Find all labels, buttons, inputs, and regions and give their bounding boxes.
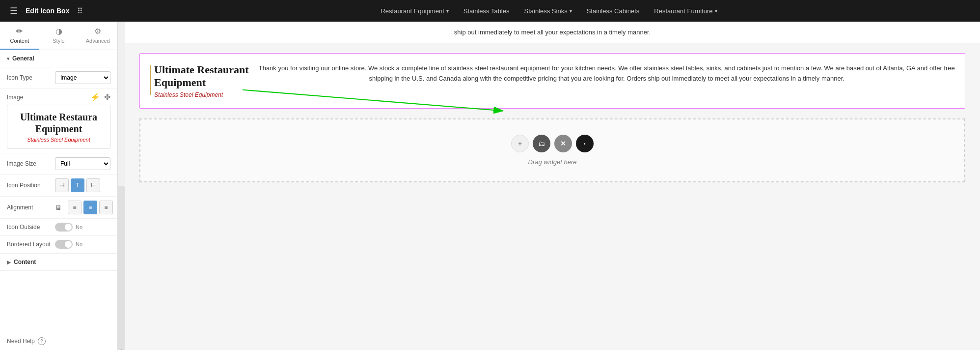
dark-widget-button[interactable]: ▪ [576,135,594,152]
drag-label: Drag widget here [528,158,577,166]
logo-main-text: Ultimate Restaurant Equipment [154,63,248,89]
preview-brand-name: Ultimate Restaura Equipment [13,111,104,135]
grid-icon[interactable]: ⠿ [77,6,83,16]
sidebar-panel: ✏ Content ◑ Style ⚙ Advanced ▾ General [0,22,118,350]
nav-item-stainless-sinks[interactable]: Stainless Sinks ▾ [524,7,572,15]
drag-widget-icons: + 🗂 ✕ ▪ [511,135,594,152]
alignment-field: Alignment 🖥 ≡ ≡ ≡ [0,197,117,219]
icon-position-label: Icon Position [7,182,51,189]
image-size-label: Image Size [7,160,51,167]
need-help-label: Need Help [7,338,35,345]
align-left-button[interactable]: ≡ [68,201,82,214]
hamburger-icon[interactable]: ☰ [10,5,18,16]
top-navigation: ☰ Edit Icon Box ⠿ Restaurant Equipment ▾… [0,0,980,22]
icon-position-field: Icon Position ⊣ T ⊢ [0,175,117,197]
alignment-label: Alignment [7,204,51,211]
alignment-controls: ≡ ≡ ≡ [68,201,113,214]
nav-left: ☰ Edit Icon Box ⠿ [10,5,128,16]
icon-outside-switch[interactable] [55,223,73,232]
content-section-header[interactable]: ▶ Content [0,253,117,271]
toggle-knob [65,224,72,231]
toggle-knob-2 [65,241,72,248]
content-area: ship out immediately to meet all your ex… [125,22,980,350]
image-icons: ⚡ ✤ [90,92,110,102]
chevron-down-icon: ▾ [715,8,717,14]
main-area: ✏ Content ◑ Style ⚙ Advanced ▾ General [0,22,980,350]
desktop-icon: 🖥 [55,204,62,211]
collapse-handle[interactable]: ‹ [118,186,125,350]
tab-style[interactable]: ◑ Style [39,22,79,50]
icon-outside-value: No [76,224,82,230]
help-icon[interactable]: ? [38,337,46,345]
panel-title: Edit Icon Box [26,7,69,15]
widget-description: Thank you for visiting our online store.… [258,63,955,84]
icon-position-controls: ⊣ T ⊢ [55,178,110,192]
nav-item-restaurant-equipment[interactable]: Restaurant Equipment ▾ [381,7,448,15]
style-icon: ◑ [55,27,62,36]
image-label: Image [7,94,23,101]
sidebar-tabs: ✏ Content ◑ Style ⚙ Advanced [0,22,117,50]
nav-center: Restaurant Equipment ▾ Stainless Tables … [128,7,970,15]
bordered-layout-label: Bordered Layout [7,241,51,248]
chevron-down-icon: ▾ [446,8,449,14]
nav-item-restaurant-furniture[interactable]: Restaurant Furniture ▾ [654,7,717,15]
align-center-button[interactable]: ≡ [83,201,97,214]
icon-type-select[interactable]: Image Icon None [55,71,110,84]
bordered-layout-value: No [76,241,82,247]
preview-tagline: Stainless Steel Equipment [13,137,104,143]
chevron-down-icon: ▾ [570,8,572,14]
sidebar-wrapper: ✏ Content ◑ Style ⚙ Advanced ▾ General [0,22,125,350]
nav-item-stainless-tables[interactable]: Stainless Tables [463,7,510,15]
icon-type-label: Icon Type [7,74,51,81]
image-preview-box[interactable]: Ultimate Restaura Equipment Stainless St… [7,105,110,149]
icon-position-left-button[interactable]: ⊣ [55,178,69,192]
icon-outside-label: Icon Outside [7,224,51,231]
tab-content[interactable]: ✏ Content [0,22,39,50]
chevron-right-icon: ▶ [7,260,11,265]
icon-position-center-button[interactable]: T [71,178,84,192]
lightning-icon: ⚡ [90,92,100,102]
bordered-layout-field: Bordered Layout No [0,236,117,253]
icon-type-control[interactable]: Image Icon None [55,71,110,84]
image-size-select[interactable]: Full Large Medium Thumbnail [55,157,110,170]
logo-text-area: Ultimate Restaurant Equipment Stainless … [154,63,248,98]
drag-widget-area[interactable]: + 🗂 ✕ ▪ Drag widget here [139,118,965,182]
crosshair-icon[interactable]: ✤ [104,92,110,102]
add-widget-button[interactable]: + [511,135,529,152]
need-help[interactable]: Need Help ? [0,318,117,350]
folder-widget-button[interactable]: 🗂 [533,135,550,152]
sidebar-body: ▾ General Icon Type Image Icon None [0,50,117,318]
tab-advanced[interactable]: ⚙ Advanced [78,22,117,50]
icon-type-field: Icon Type Image Icon None [0,67,117,88]
nav-item-stainless-cabinets[interactable]: Stainless Cabinets [587,7,640,15]
widget-icon-box[interactable]: Ultimate Restaurant Equipment Stainless … [139,53,965,109]
close-widget-button[interactable]: ✕ [554,135,572,152]
bordered-layout-switch[interactable] [55,240,73,249]
image-size-control[interactable]: Full Large Medium Thumbnail [55,157,110,170]
gear-icon: ⚙ [94,27,101,36]
icon-outside-toggle[interactable]: No [55,223,110,232]
image-field-header: Image ⚡ ✤ [7,92,110,102]
general-section-header[interactable]: ▾ General [0,50,117,67]
chevron-left-icon: ‹ [120,348,122,350]
image-size-field: Image Size Full Large Medium Thumbnail [0,153,117,175]
widget-logo: Ultimate Restaurant Equipment Stainless … [150,63,248,98]
logo-divider [150,65,151,95]
logo-sub-text: Stainless Steel Equipment [154,91,248,98]
chevron-down-icon: ▾ [7,56,9,61]
icon-position-right-button[interactable]: ⊢ [86,178,100,192]
bordered-layout-toggle[interactable]: No [55,240,110,249]
icon-outside-field: Icon Outside No [0,219,117,236]
image-field-row: Image ⚡ ✤ Ultimate Restaura Equipment St… [0,88,117,153]
scrolled-top-text: ship out immediately to meet all your ex… [125,22,980,43]
pencil-icon: ✏ [16,27,23,36]
align-right-button[interactable]: ≡ [99,201,113,214]
